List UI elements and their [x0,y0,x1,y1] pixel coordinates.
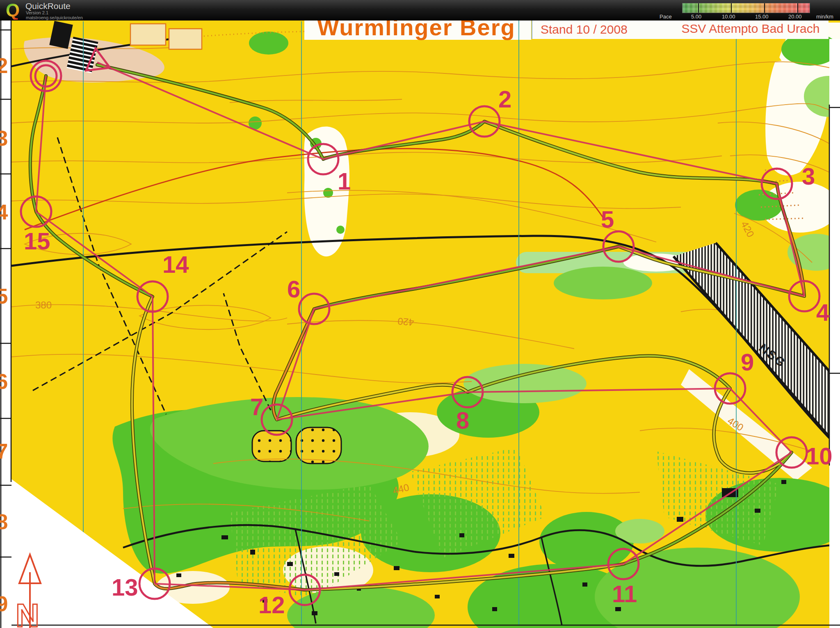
control-number: 14 [162,251,189,278]
pace-tick-label: 5.00 [691,14,701,20]
pace-tick-label: 10.00 [722,14,735,20]
control-number: 7 [250,393,263,420]
quickroute-window: 380 420 440 400 420 NSG [0,0,840,628]
pace-unit-label: min/km [816,14,833,20]
pace-tick-label: 15.00 [755,14,769,20]
edge-number: 3 [0,126,8,150]
edge-number: 9 [0,592,8,616]
control-number: 10 [806,443,833,469]
contour-label: 420 [397,316,414,328]
north-letter: N [16,597,39,628]
terrain-layer [0,0,840,628]
map-stand: Stand 10 / 2008 [541,23,628,36]
control-number: 12 [258,591,285,618]
contour-label: 380 [35,299,52,311]
edge-number: 8 [0,510,8,534]
pace-label: Pace [660,14,672,20]
map-canvas[interactable]: 380 420 440 400 420 NSG [0,0,840,628]
edge-number: 6 [0,370,8,393]
edge-number: 5 [0,284,8,308]
edge-number: 4 [0,200,8,224]
pace-gradient-bar [682,3,810,13]
edge-number: 7 [0,439,8,463]
app-version: Version 2.1 [26,10,48,15]
control-number: 15 [24,228,50,254]
map-club: SSV Attempto Bad Urach [682,22,820,35]
quickroute-logo-icon: Q [6,1,20,20]
app-name: QuickRoute [25,1,71,11]
control-number: 4 [816,299,829,326]
pace-tick [698,3,699,13]
title-bar: Q QuickRoute Version 2.1 matstroeng.se/q… [0,0,840,21]
control-number: 8 [456,407,469,434]
app-url: matstroeng.se/quickroute/en [26,15,83,20]
pace-tick [764,3,765,13]
control-number: 2 [498,86,511,112]
control-number: 5 [601,206,614,233]
control-number: 1 [338,168,351,194]
control-number: 13 [112,574,138,601]
control-number: 11 [612,580,637,607]
control-number: 9 [741,349,754,375]
control-number: 3 [802,163,815,190]
pace-tick [731,3,732,13]
control-number: 6 [287,276,300,302]
pace-tick-label: 20.00 [788,14,802,20]
edge-number: 2 [0,54,8,78]
pace-tick [797,3,798,13]
